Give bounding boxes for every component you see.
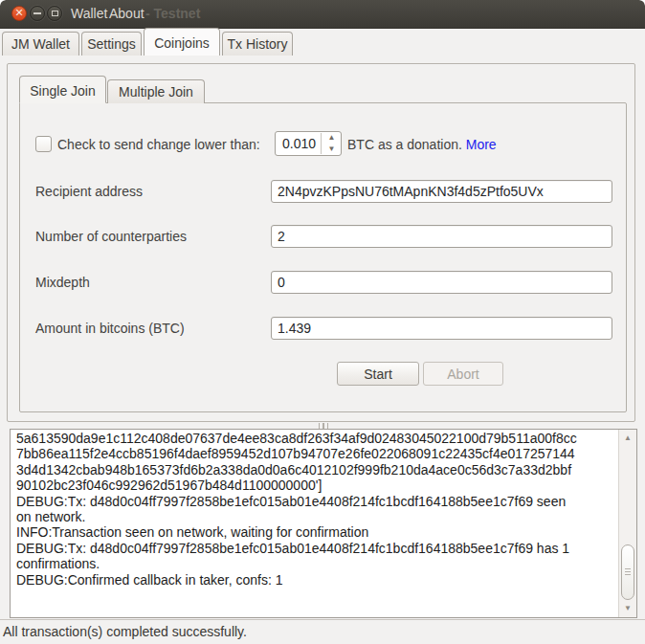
maximize-icon <box>52 11 58 16</box>
log-line: DEBUG:Tx: d48d0c04ff7997f2858be1efc015ab… <box>16 494 617 509</box>
titlebar: ✕ Wallet About - Testnet <box>0 0 645 29</box>
mixdepth-input[interactable] <box>271 271 612 294</box>
status-message: All transaction(s) completed successfull… <box>3 624 247 639</box>
mixdepth-label: Mixdepth <box>35 275 90 290</box>
tab-settings[interactable]: Settings <box>81 32 142 56</box>
tab-tx-history[interactable]: Tx History <box>222 32 293 56</box>
maximize-button[interactable] <box>47 6 62 21</box>
log-line: 7bb86ea115f2e4ccb85196f4daef8959452d107b… <box>16 446 617 461</box>
donation-suffix-text: BTC as a donation. <box>347 137 466 152</box>
tab-single-join[interactable]: Single Join <box>19 76 106 103</box>
start-button[interactable]: Start <box>337 362 419 386</box>
donation-checkbox-label: Check to send change lower than: <box>57 137 260 152</box>
more-link[interactable]: More <box>466 137 497 152</box>
tab-jm-wallet[interactable]: JM Wallet <box>2 32 79 56</box>
minimize-icon <box>33 12 41 14</box>
donation-amount-spinner[interactable]: ▲ ▼ <box>275 131 342 156</box>
spinner-divider <box>321 133 322 154</box>
log-output: 5a613590da9e1c112c408de07637de4ee83ca8df… <box>10 429 637 618</box>
log-text: 5a613590da9e1c112c408de07637de4ee83ca8df… <box>16 431 617 588</box>
donation-suffix-label: BTC as a donation. More <box>347 137 497 152</box>
amount-btc-label: Amount in bitcoins (BTC) <box>35 321 185 336</box>
minimize-button[interactable] <box>30 6 45 21</box>
recipient-address-input[interactable] <box>271 180 612 203</box>
tab-multiple-join[interactable]: Multiple Join <box>107 79 205 103</box>
log-scrollbar[interactable]: ▲ ▼ <box>618 430 636 617</box>
spinner-down-icon[interactable]: ▼ <box>322 144 341 155</box>
scrollbar-grip <box>625 568 631 577</box>
log-line: DEBUG:Tx: d48d0c04ff7997f2858be1efc015ab… <box>16 541 617 556</box>
menu-about[interactable]: About <box>105 0 148 27</box>
log-line: DEBUG:Confirmed callback in taker, confs… <box>16 572 617 588</box>
window-title-suffix: - Testnet <box>145 0 200 27</box>
scrollbar-thumb[interactable] <box>621 544 634 600</box>
donation-checkbox[interactable] <box>35 136 52 152</box>
spinner-up-icon[interactable]: ▲ <box>322 132 341 144</box>
log-line: 3d4d1342cbab948b165373fd6b2a338da0d0a6c4… <box>16 462 617 477</box>
log-line: on network. <box>16 509 617 524</box>
counterparties-input[interactable] <box>271 225 612 248</box>
splitter-handle[interactable] <box>316 422 331 429</box>
log-line: INFO:Transaction seen on network, waitin… <box>16 524 617 540</box>
counterparties-label: Number of counterparties <box>35 229 187 244</box>
amount-btc-input[interactable] <box>271 317 612 340</box>
app-window: ✕ Wallet About - Testnet JM Wallet Setti… <box>0 0 645 644</box>
close-icon: ✕ <box>14 8 23 18</box>
close-button[interactable]: ✕ <box>11 6 27 21</box>
abort-button[interactable]: Abort <box>423 362 503 386</box>
statusbar: All transaction(s) completed successfull… <box>0 619 645 644</box>
log-line: 90102bc23f046c992962d51967b484d110000000… <box>16 477 617 493</box>
recipient-address-label: Recipient address <box>35 184 143 199</box>
tab-coinjoins[interactable]: Coinjoins <box>144 28 220 56</box>
scroll-down-icon[interactable]: ▼ <box>619 602 636 615</box>
log-line: 5a613590da9e1c112c408de07637de4ee83ca8df… <box>16 431 617 446</box>
log-line: confirmations. <box>16 556 617 571</box>
donation-amount-input[interactable] <box>276 132 324 155</box>
scroll-up-icon[interactable]: ▲ <box>619 432 636 445</box>
